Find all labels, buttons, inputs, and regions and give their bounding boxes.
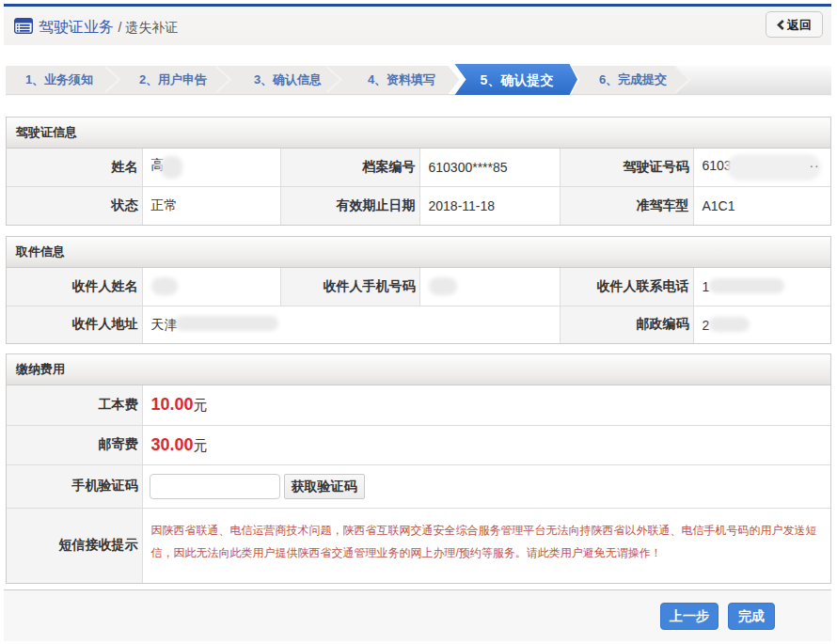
svg-text:3、确认信息: 3、确认信息 bbox=[254, 72, 322, 86]
svg-text:1、业务须知: 1、业务须知 bbox=[25, 72, 93, 86]
svg-text:4、资料填写: 4、资料填写 bbox=[368, 72, 435, 86]
svg-text:5、确认提交: 5、确认提交 bbox=[481, 72, 554, 87]
svg-text:6、完成提交: 6、完成提交 bbox=[599, 72, 667, 86]
svg-text:2、用户申告: 2、用户申告 bbox=[139, 72, 207, 86]
